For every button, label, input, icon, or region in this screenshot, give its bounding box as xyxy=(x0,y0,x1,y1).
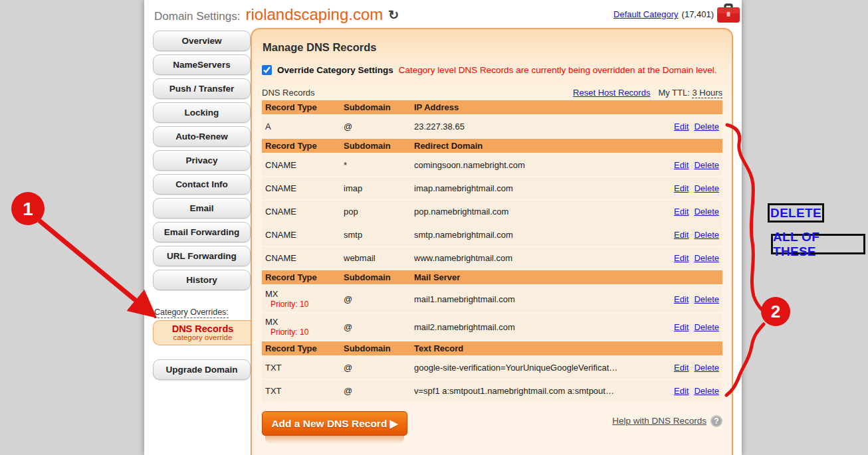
record-type-cell: CNAME xyxy=(265,230,344,240)
sidebar-item-url-forwarding[interactable]: URL Forwarding xyxy=(153,246,251,266)
app-window: Domain Settings: riolandscaping.com ↻ De… xyxy=(144,0,742,455)
sidebar-item-push-transfer[interactable]: Push / Transfer xyxy=(153,78,251,99)
sidebar-item-locking[interactable]: Locking xyxy=(153,102,251,123)
sidebar-item-overview[interactable]: Overview xyxy=(153,31,251,51)
record-type-cell: CNAME xyxy=(265,160,344,170)
sidebar-item-history[interactable]: History xyxy=(153,270,251,290)
column-value: Mail Server xyxy=(414,272,644,282)
record-type-cell: MXPriority: 10 xyxy=(265,289,344,309)
table-section-header: Record TypeSubdomainRedirect Domain xyxy=(262,139,722,153)
override-category-checkbox[interactable] xyxy=(262,65,272,75)
record-type-cell: TXT xyxy=(265,363,344,373)
record-value-cell: smtp.namebrightmail.com xyxy=(414,230,644,240)
sidebar-item-privacy[interactable]: Privacy xyxy=(153,150,251,171)
column-subdomain: Subdomain xyxy=(344,141,414,151)
record-type: MX xyxy=(265,289,344,299)
delete-link[interactable]: Delete xyxy=(694,386,719,396)
dns-table: Record TypeSubdomainIP AddressA@23.227.3… xyxy=(262,100,722,402)
step1-circle xyxy=(11,192,45,225)
record-type-cell: CNAME xyxy=(265,183,344,193)
edit-link[interactable]: Edit xyxy=(674,294,689,304)
table-row: TXT@google-site-verification=YourUniqueG… xyxy=(262,357,722,379)
help-dns-records-link[interactable]: Help with DNS Records xyxy=(612,416,706,426)
main-panel: Manage DNS Records Override Category Set… xyxy=(251,28,733,455)
subdomain-cell: imap xyxy=(344,183,414,193)
delete-link[interactable]: Delete xyxy=(694,363,719,373)
sidebar-item-nameservers[interactable]: NameServers xyxy=(153,54,251,75)
override-subtitle: category override xyxy=(154,333,252,341)
override-checkbox-label: Override Category Settings xyxy=(277,65,393,75)
sidebar-overrides: Category Overrides: DNS Records category… xyxy=(153,299,251,383)
refresh-icon[interactable]: ↻ xyxy=(388,7,399,23)
table-row: CNAME*comingsoon.namebright.comEditDelet… xyxy=(262,154,722,176)
step1-number: 1 xyxy=(23,199,33,219)
priority-note: Priority: 10 xyxy=(265,300,344,309)
table-row: MXPriority: 10@mail2.namebrightmail.comE… xyxy=(262,314,722,340)
step2-circle xyxy=(761,297,790,326)
override-title: DNS Records xyxy=(154,323,252,334)
row-actions: EditDelete xyxy=(644,363,722,373)
briefcase-icon[interactable] xyxy=(716,3,740,24)
add-dns-record-button[interactable]: Add a New DNS Record ▶ xyxy=(262,411,407,436)
section-title: Manage DNS Records xyxy=(263,41,722,54)
record-value-cell: pop.namebrightmail.com xyxy=(414,207,644,217)
edit-link[interactable]: Edit xyxy=(674,183,689,193)
delete-link[interactable]: Delete xyxy=(694,294,719,304)
subdomain-cell: smtp xyxy=(344,230,414,240)
subdomain-cell: @ xyxy=(344,363,414,373)
record-type: MX xyxy=(265,317,344,327)
sidebar-nav: OverviewNameServersPush / TransferLockin… xyxy=(153,31,251,294)
record-type: CNAME xyxy=(265,253,344,263)
row-actions: EditDelete xyxy=(644,207,722,217)
table-row: A@23.227.38.65EditDelete xyxy=(262,116,722,137)
edit-link[interactable]: Edit xyxy=(674,386,689,396)
table-section-header: Record TypeSubdomainMail Server xyxy=(262,270,722,284)
delete-link[interactable]: Delete xyxy=(694,322,719,332)
row-actions: EditDelete xyxy=(644,322,722,332)
row-actions: EditDelete xyxy=(644,160,722,170)
step2-number: 2 xyxy=(771,302,780,321)
table-row: CNAMEsmtpsmtp.namebrightmail.comEditDele… xyxy=(262,224,722,246)
column-record-type: Record Type xyxy=(265,102,344,112)
subdomain-cell: pop xyxy=(344,207,414,217)
record-type-cell: CNAME xyxy=(265,253,344,263)
sidebar-item-dns-records-override[interactable]: DNS Records category override xyxy=(153,320,252,345)
record-value-cell: google-site-verification=YourUniqueGoogl… xyxy=(414,363,644,373)
column-value: Text Record xyxy=(414,343,644,353)
delete-link[interactable]: Delete xyxy=(694,122,719,132)
delete-link[interactable]: Delete xyxy=(694,183,719,193)
edit-link[interactable]: Edit xyxy=(674,322,689,332)
row-actions: EditDelete xyxy=(644,253,722,263)
ttl-value[interactable]: 3 Hours xyxy=(692,88,722,98)
delete-link[interactable]: Delete xyxy=(694,253,719,263)
sidebar-item-email-forwarding[interactable]: Email Forwarding xyxy=(153,222,251,242)
subdomain-cell: * xyxy=(344,160,414,170)
default-category-link[interactable]: Default Category xyxy=(613,9,679,19)
column-subdomain: Subdomain xyxy=(344,102,414,112)
column-value: IP Address xyxy=(414,102,644,112)
edit-link[interactable]: Edit xyxy=(674,363,689,373)
upgrade-domain-button[interactable]: Upgrade Domain xyxy=(153,359,251,380)
record-type-cell: A xyxy=(265,122,344,132)
delete-link[interactable]: Delete xyxy=(694,207,719,217)
table-section-header: Record TypeSubdomainText Record xyxy=(262,341,722,355)
edit-link[interactable]: Edit xyxy=(674,253,689,263)
column-subdomain: Subdomain xyxy=(344,343,414,353)
edit-link[interactable]: Edit xyxy=(674,122,689,132)
edit-link[interactable]: Edit xyxy=(674,230,689,240)
edit-link[interactable]: Edit xyxy=(674,207,689,217)
annotation-delete-label: DELETE xyxy=(768,203,824,223)
category-count: (17,401) xyxy=(682,9,714,19)
delete-link[interactable]: Delete xyxy=(694,230,719,240)
edit-link[interactable]: Edit xyxy=(674,160,689,170)
record-value-cell: mail2.namebrightmail.com xyxy=(414,322,644,332)
sidebar-item-email[interactable]: Email xyxy=(153,198,251,219)
record-value-cell: comingsoon.namebright.com xyxy=(414,160,644,170)
column-subdomain: Subdomain xyxy=(344,272,414,282)
sidebar-item-contact-info[interactable]: Contact Info xyxy=(153,174,251,195)
annotation-all-of-these-label: ALL OF THESE xyxy=(771,234,865,254)
delete-link[interactable]: Delete xyxy=(694,160,719,170)
help-question-icon[interactable]: ? xyxy=(710,415,722,427)
sidebar-item-auto-renew[interactable]: Auto-Renew xyxy=(153,126,251,147)
reset-host-records-link[interactable]: Reset Host Records xyxy=(573,88,650,98)
